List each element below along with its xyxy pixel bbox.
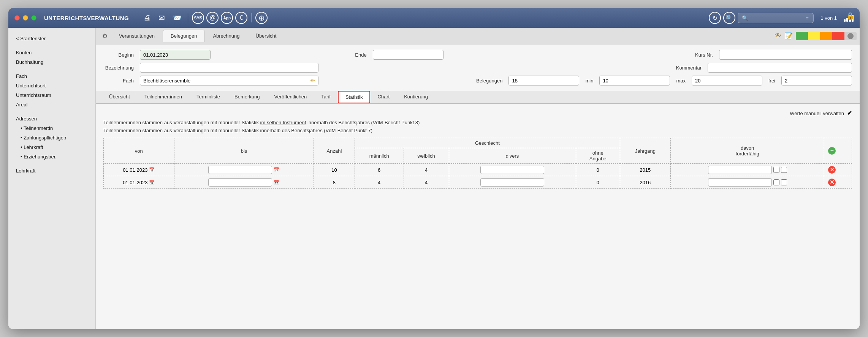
top-tab-bar: ⚙ Veranstaltungen Belegungen Abrechnung … xyxy=(96,28,860,44)
row2-bis-input[interactable] xyxy=(208,178,272,187)
sidebar-divider3 xyxy=(8,109,95,114)
inner-tab-veroeffentlichen[interactable]: Veröffentlichen xyxy=(267,91,314,103)
add-icon[interactable]: ⊕ xyxy=(255,12,268,24)
cal-icon-1[interactable]: 📅 xyxy=(149,167,155,172)
row2-foerder-input[interactable] xyxy=(708,178,772,187)
maximize-button[interactable] xyxy=(31,15,36,21)
list-icon: ≡ xyxy=(806,15,809,21)
sidebar-item-fach[interactable]: Fach xyxy=(8,71,95,81)
sidebar-divider2 xyxy=(8,67,95,71)
close-button[interactable] xyxy=(14,15,20,21)
inner-tab-bemerkung[interactable]: Bemerkung xyxy=(227,91,267,103)
gear-button[interactable]: ⚙ xyxy=(99,30,111,42)
sidebar-item-unterrichtsraum[interactable]: Unterrichtsraum xyxy=(8,90,95,100)
mail-icon[interactable]: ✉ xyxy=(155,12,168,24)
sidebar-item-lehrkraft-addr[interactable]: • Lehrkraft xyxy=(8,142,95,152)
fach-value: Blechbläserensemble xyxy=(143,78,190,84)
row2-checkbox2[interactable] xyxy=(781,179,787,185)
search-bar[interactable]: 🔍 ≡ xyxy=(738,13,814,23)
inner-tab-kontierung[interactable]: Kontierung xyxy=(397,91,435,103)
inner-tab-statistik[interactable]: Statistik xyxy=(338,91,371,103)
print-icon[interactable]: 🖨 xyxy=(141,12,153,24)
frei-label: frei xyxy=(768,78,775,84)
col-jahrgang: Jahrgang xyxy=(620,138,670,164)
content-area: < Startfenster Konten Buchhaltung Fach U… xyxy=(8,28,860,329)
status-toggle[interactable] xyxy=(844,32,857,40)
inner-tab-terminliste[interactable]: Terminliste xyxy=(189,91,227,103)
search-circle-icon[interactable]: 🔍 xyxy=(723,12,735,24)
add-row-button[interactable]: + xyxy=(828,147,836,155)
eye-icon[interactable]: 👁 xyxy=(775,32,781,40)
col-maennlich: männlich xyxy=(355,148,404,164)
refresh-icon[interactable]: ↻ xyxy=(709,12,721,24)
bezeichnung-input[interactable] xyxy=(140,63,318,73)
col-bis: bis xyxy=(174,138,314,164)
row1-checkbox1[interactable] xyxy=(773,167,779,173)
manuell-checkbox[interactable]: ✔ xyxy=(847,110,852,117)
sidebar-item-zahlungspflichtige[interactable]: • Zahlungspflichtige:r xyxy=(8,133,95,142)
cal-icon-2[interactable]: 📅 xyxy=(274,167,279,172)
ende-input[interactable] xyxy=(373,50,444,60)
beginn-input[interactable] xyxy=(140,50,211,60)
euro-icon[interactable]: € xyxy=(235,12,247,24)
tab-belegungen[interactable]: Belegungen xyxy=(163,30,205,42)
mail2-icon[interactable]: 📨 xyxy=(170,12,184,24)
minimize-button[interactable] xyxy=(23,15,28,21)
statistik-panel: Werte manuell verwalten ✔ Teilnehmer:inn… xyxy=(96,104,860,329)
lock-icon: 🔒 xyxy=(846,12,854,20)
sidebar-item-teilnehmer[interactable]: • Teilnehmer:in xyxy=(8,123,95,133)
app-icon[interactable]: App xyxy=(221,12,233,24)
fach-edit-icon[interactable]: ✏ xyxy=(310,78,315,84)
inner-tab-chart[interactable]: Chart xyxy=(370,91,397,103)
col-von: von xyxy=(104,138,174,164)
max-input[interactable] xyxy=(692,76,762,85)
row1-divers-input[interactable] xyxy=(480,166,544,174)
inner-tab-tarif[interactable]: Tarif xyxy=(314,91,338,103)
inner-tab-uebersicht[interactable]: Übersicht xyxy=(102,91,137,103)
row1-von: 01.01.2023 📅 xyxy=(104,164,174,176)
at-icon[interactable]: @ xyxy=(206,12,219,24)
row1-bis-input[interactable] xyxy=(208,166,272,174)
tab-abrechnung[interactable]: Abrechnung xyxy=(205,30,247,42)
note-icon[interactable]: 📝 xyxy=(784,32,793,40)
sms-icon[interactable]: SMS xyxy=(192,12,204,24)
sidebar-item-startfenster[interactable]: < Startfenster xyxy=(8,34,95,43)
table-row: 01.01.2023 📅 📅 8 4 xyxy=(104,176,852,189)
row1-foerder-input[interactable] xyxy=(708,166,772,174)
row2-foerderfahig xyxy=(670,176,824,189)
status-light-orange xyxy=(820,32,832,40)
row2-checkbox1[interactable] xyxy=(773,179,779,185)
row1-jahrgang: 2015 xyxy=(620,164,670,176)
main-panel: ⚙ Veranstaltungen Belegungen Abrechnung … xyxy=(96,28,860,329)
kurs-nr-input[interactable] xyxy=(719,50,852,60)
row1-delete: ✕ xyxy=(824,164,852,176)
sidebar-item-konten[interactable]: Konten xyxy=(8,48,95,57)
row2-anzahl: 8 xyxy=(314,176,355,189)
search-icon: 🔍 xyxy=(742,15,748,21)
search-input[interactable] xyxy=(750,15,803,21)
row1-checkbox2[interactable] xyxy=(781,167,787,173)
sidebar-item-buchhaltung[interactable]: Buchhaltung xyxy=(8,57,95,67)
row2-weiblich: 4 xyxy=(404,176,449,189)
tab-veranstaltungen[interactable]: Veranstaltungen xyxy=(111,30,163,42)
delete-row1-button[interactable]: ✕ xyxy=(828,166,836,174)
cal-icon-4[interactable]: 📅 xyxy=(274,180,279,185)
sidebar-item-erziehungsber[interactable]: • Erziehungsber. xyxy=(8,152,95,161)
sidebar-item-lehrkraft[interactable]: Lehrkraft xyxy=(8,166,95,176)
row2-divers-input[interactable] xyxy=(480,178,544,187)
tab-uebersicht[interactable]: Übersicht xyxy=(248,30,285,42)
min-input[interactable] xyxy=(599,76,670,85)
sidebar-item-unterrichtsort[interactable]: Unterrichtsort xyxy=(8,81,95,90)
kommentar-input[interactable] xyxy=(708,63,852,73)
frei-input[interactable] xyxy=(781,76,852,85)
sidebar: < Startfenster Konten Buchhaltung Fach U… xyxy=(8,28,96,329)
sidebar-item-areal[interactable]: Areal xyxy=(8,100,95,109)
titlebar: UNTERRICHTSVERWALTUNG 🖨 ✉ 📨 SMS @ App € … xyxy=(8,8,860,28)
belegungen-input[interactable] xyxy=(508,76,579,85)
toggle-dot xyxy=(847,33,854,39)
manuell-label: Werte manuell verwalten xyxy=(790,111,844,116)
delete-row2-button[interactable]: ✕ xyxy=(828,179,836,186)
inner-tab-teilnehmer[interactable]: Teilnehmer:innen xyxy=(137,91,189,103)
row1-foerderfahig xyxy=(670,164,824,176)
cal-icon-3[interactable]: 📅 xyxy=(149,180,155,185)
